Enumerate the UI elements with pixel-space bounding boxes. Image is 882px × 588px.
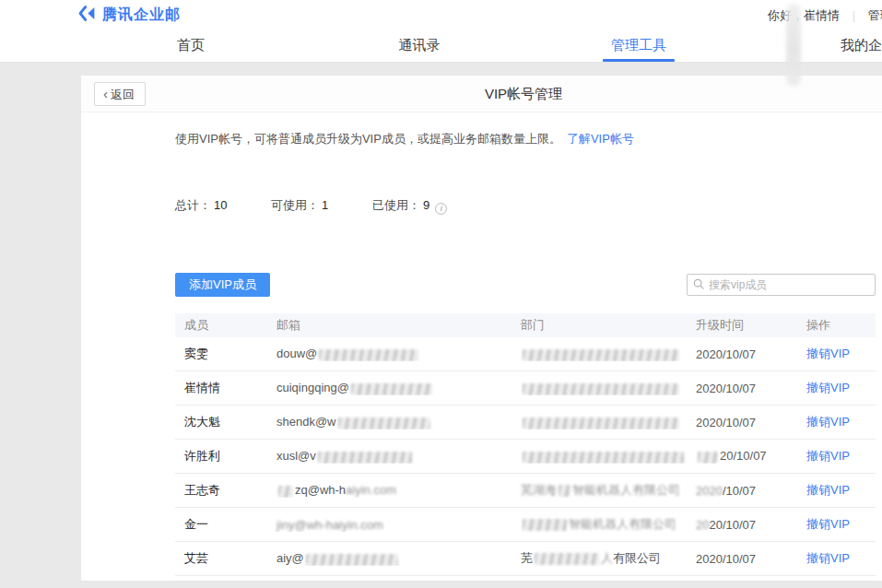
tab-home[interactable]: 首页 — [163, 28, 218, 62]
member-department: 智能机器人有限公司 — [512, 516, 687, 533]
divider: | — [853, 8, 855, 22]
member-department — [512, 381, 687, 394]
tab-admin-tools[interactable]: 管理工具 — [602, 28, 676, 62]
table-row: 王志奇zq@wh-haiyin.com芜湖海智能机器人有限公司2020/10/0… — [175, 474, 876, 508]
member-department — [512, 449, 687, 463]
member-department: 芜湖海智能机器人有限公司 — [512, 482, 687, 499]
member-name: 沈大魁 — [175, 414, 267, 430]
main-nav: 首页 通讯录 管理工具 我的企业 — [0, 28, 882, 63]
table-row: 窦雯douw@2020/10/07撤销VIP — [175, 337, 876, 371]
redaction-smudge — [559, 485, 570, 497]
table-row: 金一jiny@wh-haiyin.com智能机器人有限公司2020/10/07撤… — [175, 508, 876, 542]
upgrade-date: 2020/10/07 — [687, 347, 797, 361]
vip-members-table: 成员邮箱部门升级时间操作 窦雯douw@2020/10/07撤销VIP崔情情cu… — [175, 313, 876, 576]
table-body: 窦雯douw@2020/10/07撤销VIP崔情情cuiqingqing@202… — [175, 337, 876, 576]
exmail-logo-icon — [77, 4, 97, 27]
add-vip-member-button[interactable]: 添加VIP成员 — [175, 273, 270, 297]
column-header-2: 部门 — [512, 317, 687, 334]
member-name: 崔情情 — [175, 380, 267, 396]
member-email: jiny@wh-haiyin.com — [267, 518, 512, 532]
redacted-text: aiyin.com — [346, 483, 396, 497]
redacted-text: 2020 — [696, 484, 723, 498]
member-name: 窦雯 — [175, 346, 267, 362]
info-icon[interactable]: i — [435, 203, 447, 215]
action-cell: 撤销VIP — [797, 380, 876, 396]
action-cell: 撤销VIP — [797, 516, 876, 533]
member-name: 许胜利 — [175, 448, 267, 465]
stat-used: 已使用：9i — [372, 198, 447, 212]
redaction-smudge — [698, 452, 718, 464]
revoke-vip-link[interactable]: 撤销VIP — [806, 381, 850, 394]
column-header-0: 成员 — [175, 317, 267, 334]
redaction-smudge — [318, 452, 412, 464]
revoke-vip-link[interactable]: 撤销VIP — [806, 483, 850, 497]
action-cell: 撤销VIP — [797, 346, 876, 362]
member-email: shendk@w — [267, 415, 512, 429]
upgrade-date: 2020/10/07 — [687, 484, 797, 498]
brand-name: 腾讯企业邮 — [102, 6, 181, 25]
table-row: 崔情情cuiqingqing@2020/10/07撤销VIP — [175, 371, 876, 406]
action-cell: 撤销VIP — [797, 414, 876, 430]
table-row: 沈大魁shendk@w2020/10/07撤销VIP — [175, 406, 876, 440]
upgrade-date: 2020/10/07 — [687, 518, 797, 532]
column-header-4: 操作 — [797, 317, 876, 334]
member-email: aiy@ — [267, 551, 512, 565]
column-header-1: 邮箱 — [267, 317, 512, 334]
table-row: 许胜利xusl@v20/10/07撤销VIP — [175, 440, 876, 474]
account-area: 你好，崔情情 | 管理企 — [768, 7, 882, 24]
redaction-smudge — [338, 417, 430, 429]
redaction-smudge — [523, 349, 679, 361]
upgrade-date: 2020/10/07 — [687, 382, 797, 395]
table-header-row: 成员邮箱部门升级时间操作 — [175, 313, 876, 337]
action-cell: 撤销VIP — [797, 448, 876, 465]
stats-row: 总计：10 可使用：1 已使用：9i — [175, 197, 488, 215]
redaction-smudge — [523, 452, 684, 464]
redaction-smudge — [351, 383, 432, 395]
redacted-text: jiny@wh-haiyin.com — [276, 518, 383, 532]
redaction-smudge — [535, 553, 599, 565]
member-name: 王志奇 — [175, 482, 267, 499]
redaction-smudge — [306, 554, 398, 566]
tab-contacts[interactable]: 通讯录 — [387, 28, 452, 62]
member-department — [512, 415, 687, 429]
stat-available: 可使用：1 — [271, 198, 328, 212]
upgrade-date: 2020/10/07 — [687, 552, 797, 566]
member-name: 艾芸 — [175, 550, 267, 567]
table-row: 艾芸aiy@芜人有限公司2020/10/07撤销VIP — [175, 542, 876, 576]
admin-link[interactable]: 管理企 — [868, 8, 882, 22]
learn-vip-link[interactable]: 了解VIP帐号 — [567, 132, 634, 146]
member-email: cuiqingqing@ — [267, 381, 512, 394]
redacted-text: 20 — [696, 518, 709, 532]
brand-logo: 腾讯企业邮 — [77, 4, 181, 27]
search-box[interactable] — [687, 274, 876, 296]
search-icon — [693, 276, 704, 293]
search-input[interactable] — [709, 278, 869, 291]
redacted-text: 智能机器人有限公司 — [569, 517, 676, 531]
redaction-smudge — [523, 519, 567, 531]
member-department — [512, 347, 687, 360]
redacted-text: 芜湖海 — [521, 483, 557, 497]
revoke-vip-link[interactable]: 撤销VIP — [806, 517, 850, 531]
description-text: 使用VIP帐号，可将普通成员升级为VIP成员，或提高业务邮箱数量上限。了解VIP… — [175, 131, 634, 147]
top-bar: 腾讯企业邮 你好，崔情情 | 管理企 — [0, 0, 882, 28]
tab-my-company[interactable]: 我的企业 — [831, 28, 882, 62]
member-email: douw@ — [267, 347, 512, 360]
action-cell: 撤销VIP — [797, 550, 876, 567]
member-email: xusl@v — [267, 449, 512, 463]
member-department: 芜人有限公司 — [512, 550, 687, 567]
member-name: 金一 — [175, 516, 267, 533]
column-header-3: 升级时间 — [687, 317, 797, 334]
member-email: zq@wh-haiyin.com — [267, 483, 512, 497]
page-title-bar: ‹返回 VIP帐号管理 — [81, 76, 882, 112]
active-tab-underline — [603, 59, 675, 62]
upgrade-date: 20/10/07 — [687, 449, 797, 463]
revoke-vip-link[interactable]: 撤销VIP — [806, 449, 850, 463]
redaction-smudge — [523, 383, 679, 395]
revoke-vip-link[interactable]: 撤销VIP — [806, 347, 850, 360]
revoke-vip-link[interactable]: 撤销VIP — [806, 415, 850, 429]
redacted-text: 智能机器人有限公司 — [572, 483, 680, 497]
revoke-vip-link[interactable]: 撤销VIP — [806, 551, 850, 565]
content-panel: ‹返回 VIP帐号管理 使用VIP帐号，可将普通成员升级为VIP成员，或提高业务… — [81, 76, 882, 581]
redaction-smudge — [523, 417, 679, 429]
upgrade-date: 2020/10/07 — [687, 416, 797, 429]
